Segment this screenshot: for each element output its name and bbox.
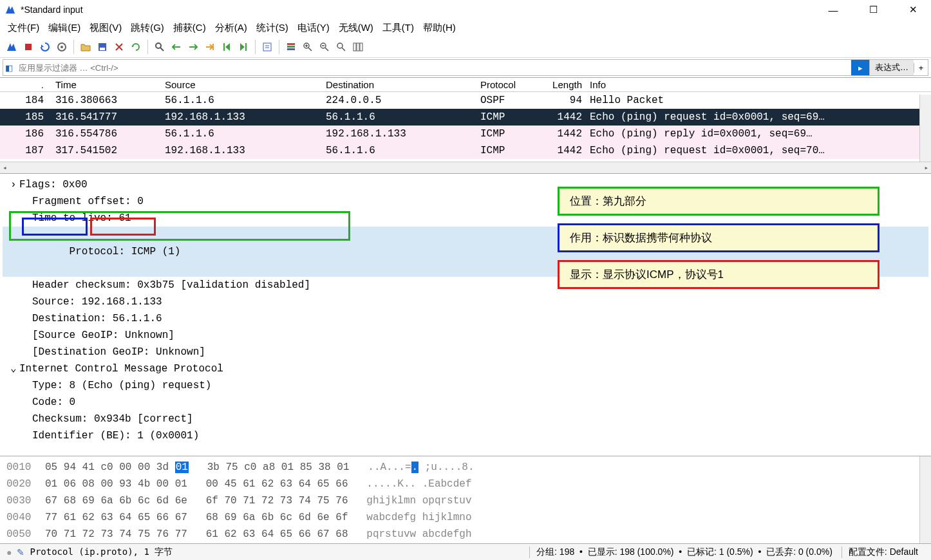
menu-stats[interactable]: 统计(S) — [256, 22, 288, 34]
hex-row[interactable]: 002001 06 08 00 93 4b 00 01 00 45 61 62 … — [6, 476, 925, 492]
zoom-in-icon[interactable] — [300, 39, 315, 55]
tree-icmp[interactable]: ⌄Internet Control Message Protocol — [3, 360, 928, 377]
close-button[interactable]: ✕ — [900, 4, 926, 15]
annotation-display: 显示：显示协议ICMP，协议号1 — [558, 260, 879, 289]
menu-edit[interactable]: 编辑(E) — [48, 22, 80, 34]
stop-capture-icon[interactable] — [21, 39, 36, 55]
toolbar — [0, 38, 931, 58]
status-bar: ● ✎ Protocol (ip.proto), 1 字节 分组: 198 • … — [0, 543, 931, 560]
col-header-no[interactable]: . — [0, 78, 52, 91]
tree-protocol-value: ICMP (1) — [131, 243, 181, 260]
hex-row[interactable]: 004077 61 62 63 64 65 66 67 68 69 6a 6b … — [6, 509, 925, 526]
close-file-icon[interactable] — [111, 39, 127, 55]
tree-icmp-identifier[interactable]: Identifier (BE): 1 (0x0001) — [3, 427, 928, 444]
svg-rect-17 — [357, 43, 359, 51]
save-file-icon[interactable] — [95, 39, 110, 55]
hex-row[interactable]: 001005 94 41 c0 00 00 3d 01 3b 75 c0 a8 … — [6, 459, 925, 476]
hex-vscrollbar[interactable] — [919, 456, 931, 543]
col-header-source[interactable]: Source — [161, 78, 322, 91]
packet-list-header: . Time Source Destination Protocol Lengt… — [0, 78, 931, 92]
status-edit-icon[interactable]: ✎ — [17, 547, 24, 557]
menu-view[interactable]: 视图(V) — [89, 22, 122, 34]
menu-goto[interactable]: 跳转(G) — [131, 22, 164, 34]
col-header-time[interactable]: Time — [52, 78, 161, 91]
maximize-button[interactable]: ☐ — [860, 4, 886, 15]
svg-point-5 — [156, 43, 161, 48]
packet-row[interactable]: 185316.541777192.168.1.13356.1.1.6ICMP14… — [0, 109, 931, 126]
menu-capture[interactable]: 捕获(C) — [173, 22, 206, 34]
filter-expression-button[interactable]: 表达式… — [869, 60, 914, 75]
app-icon — [5, 5, 15, 15]
packet-list-hscrollbar[interactable]: ◂▸ — [0, 162, 931, 173]
packet-list-vscrollbar[interactable] — [919, 95, 931, 162]
start-capture-icon[interactable] — [4, 39, 19, 55]
minimize-button[interactable]: — — [820, 5, 846, 15]
status-packets: 分组: 198 • 已显示: 198 (100.0%) • 已标记: 1 (0.… — [529, 546, 839, 558]
svg-point-2 — [61, 46, 63, 48]
tree-protocol-label: Protocol: — [70, 243, 131, 260]
restart-capture-icon[interactable] — [37, 39, 53, 55]
svg-point-15 — [337, 43, 343, 48]
go-last-icon[interactable] — [236, 39, 251, 55]
tree-source[interactable]: Source: 192.168.1.133 — [3, 294, 928, 310]
svg-rect-10 — [287, 43, 295, 45]
tree-icmp-code[interactable]: Code: 0 — [3, 394, 928, 411]
zoom-reset-icon[interactable] — [334, 39, 349, 55]
menu-tools[interactable]: 工具(T) — [382, 22, 414, 34]
tree-destination-geoip[interactable]: [Destination GeoIP: Unknown] — [3, 344, 928, 360]
menu-wireless[interactable]: 无线(W) — [339, 22, 373, 34]
hex-row[interactable]: 005070 71 72 73 74 75 76 77 61 62 63 64 … — [6, 526, 925, 543]
svg-rect-18 — [360, 43, 362, 51]
auto-scroll-icon[interactable] — [259, 39, 275, 55]
svg-rect-0 — [25, 44, 32, 50]
status-bullet-icon: ● — [6, 547, 12, 557]
col-header-protocol[interactable]: Protocol — [476, 78, 541, 91]
svg-rect-8 — [245, 43, 247, 51]
filter-add-button[interactable]: + — [914, 63, 928, 73]
filter-bookmark-icon[interactable]: ◧ — [3, 63, 15, 73]
col-header-destination[interactable]: Destination — [322, 78, 476, 91]
svg-rect-9 — [263, 43, 271, 51]
go-first-icon[interactable] — [219, 39, 234, 55]
hex-row[interactable]: 003067 68 69 6a 6b 6c 6d 6e 6f 70 71 72 … — [6, 492, 925, 509]
menu-analyze[interactable]: 分析(A) — [215, 22, 247, 34]
display-filter-bar: ◧ ▸ 表达式… + — [3, 59, 928, 76]
display-filter-input[interactable] — [15, 62, 851, 74]
packet-row[interactable]: 186316.55478656.1.1.6192.168.1.133ICMP14… — [0, 126, 931, 142]
zoom-out-icon[interactable] — [317, 39, 332, 55]
go-back-icon[interactable] — [169, 39, 184, 55]
annotation-function: 作用：标识数据携带何种协议 — [558, 223, 879, 252]
packet-details-pane: ›Flags: 0x00 Fragment offset: 0 Time to … — [0, 174, 931, 456]
col-header-length[interactable]: Length — [541, 78, 586, 91]
resize-columns-icon[interactable] — [350, 39, 366, 55]
window-title: *Standard input — [21, 5, 820, 15]
svg-rect-16 — [353, 43, 356, 51]
reload-icon[interactable] — [128, 39, 144, 55]
goto-packet-icon[interactable] — [202, 39, 218, 55]
svg-rect-6 — [212, 44, 214, 50]
menu-help[interactable]: 帮助(H) — [423, 22, 456, 34]
svg-rect-12 — [287, 48, 295, 50]
tree-destination[interactable]: Destination: 56.1.1.6 — [3, 310, 928, 327]
colorize-icon[interactable] — [283, 39, 299, 55]
tree-icmp-type[interactable]: Type: 8 (Echo (ping) request) — [3, 377, 928, 394]
status-profile[interactable]: 配置文件: Default — [842, 546, 925, 558]
tree-icmp-checksum[interactable]: Checksum: 0x934b [correct] — [3, 411, 928, 427]
menu-telephony[interactable]: 电话(Y) — [297, 22, 330, 34]
find-icon[interactable] — [152, 39, 167, 55]
packet-bytes-pane: 001005 94 41 c0 00 00 3d 01 3b 75 c0 a8 … — [0, 456, 931, 543]
menu-file[interactable]: 文件(F) — [8, 22, 39, 34]
svg-rect-11 — [287, 46, 295, 48]
menu-bar: 文件(F) 编辑(E) 视图(V) 跳转(G) 捕获(C) 分析(A) 统计(S… — [0, 19, 931, 38]
open-file-icon[interactable] — [78, 39, 93, 55]
tree-source-geoip[interactable]: [Source GeoIP: Unknown] — [3, 327, 928, 344]
svg-rect-4 — [100, 48, 105, 50]
col-header-info[interactable]: Info — [586, 78, 931, 91]
annotation-panel: 位置：第九部分 作用：标识数据携带何种协议 显示：显示协议ICMP，协议号1 — [558, 187, 879, 289]
packet-row[interactable]: 184316.38066356.1.1.6224.0.0.5OSPF94Hell… — [0, 92, 931, 109]
go-forward-icon[interactable] — [185, 39, 201, 55]
packet-row[interactable]: 187317.541502192.168.1.13356.1.1.6ICMP14… — [0, 142, 931, 159]
packet-list-pane: . Time Source Destination Protocol Lengt… — [0, 77, 931, 174]
capture-options-icon[interactable] — [54, 39, 70, 55]
filter-apply-button[interactable]: ▸ — [851, 60, 869, 75]
